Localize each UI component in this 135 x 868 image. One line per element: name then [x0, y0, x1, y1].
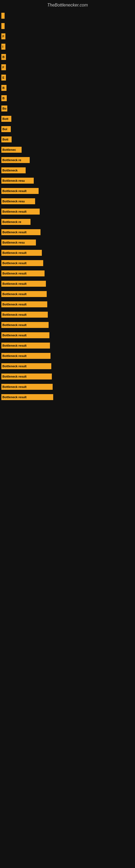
bar-row: Bol — [1, 125, 135, 133]
bar-label: Bottleneck result — [1, 188, 39, 194]
bar-label: Bott — [1, 116, 11, 122]
bar-row: Bottleneck result — [1, 228, 135, 236]
bar-label: Bottleneck resu — [1, 240, 36, 246]
bar-row: I — [1, 42, 135, 51]
bar-label — [1, 23, 5, 29]
bar-row: Bottleneck result — [1, 280, 135, 288]
bar-label: I — [1, 44, 5, 50]
bar-row: Bottleneck — [1, 166, 135, 175]
bar-label: Bottleneck result — [1, 209, 40, 215]
bar-row: Bottleneck result — [1, 249, 135, 257]
bars-wrapper: FIBFEBBBoBottBolBottBottlenecBottleneck … — [0, 12, 135, 403]
bar-row — [1, 12, 135, 20]
bar-row: B — [1, 84, 135, 92]
bar-label: Bottleneck result — [1, 353, 50, 359]
bar-row: Bo — [1, 104, 135, 113]
bar-row: Bottleneck result — [1, 187, 135, 195]
bar-label: Bottleneck result — [1, 260, 43, 266]
bar-row: B — [1, 53, 135, 61]
bar-label: Bottleneck result — [1, 301, 47, 307]
bar-row: Bottleneck re — [1, 156, 135, 164]
bar-row: Bottleneck resu — [1, 197, 135, 205]
bar-label: B — [1, 54, 6, 60]
bar-label: B — [1, 95, 7, 101]
bar-label: Bottleneck result — [1, 332, 49, 338]
bar-label: Bottleneck result — [1, 394, 53, 400]
bar-label: F — [1, 33, 5, 39]
bar-label: Bottleneck re — [1, 157, 30, 163]
bar-row: Bottleneck result — [1, 311, 135, 319]
bar-label: B — [1, 85, 6, 91]
bar-label: Bottleneck result — [1, 384, 53, 390]
bar-row: Bottleneck result — [1, 362, 135, 370]
bar-row: B — [1, 94, 135, 102]
bar-label: Bol — [1, 126, 11, 132]
bar-row: Bottleneck result — [1, 352, 135, 360]
bar-label: Bo — [1, 105, 7, 112]
bar-label: Bottleneck result — [1, 229, 41, 235]
bar-label — [1, 13, 5, 19]
bar-label: Bottleneck result — [1, 250, 42, 256]
bar-label: Bottleneck — [1, 167, 26, 173]
bar-row: E — [1, 73, 135, 82]
bar-row: Bottleneck result — [1, 269, 135, 278]
bar-row: Bottleneck re — [1, 218, 135, 226]
bar-label: Bott — [1, 136, 12, 143]
bar-label: Bottleneck re — [1, 219, 31, 225]
bar-row: Bottleneck resu — [1, 177, 135, 185]
bar-label: F — [1, 64, 6, 70]
site-title: TheBottlenecker.com — [0, 0, 135, 9]
bar-label: Bottleneck result — [1, 363, 51, 369]
bar-row: Bottleneck result — [1, 300, 135, 308]
bar-row: F — [1, 32, 135, 40]
bar-row: Bottleneck result — [1, 331, 135, 339]
bar-row — [1, 22, 135, 30]
bar-row: Bott — [1, 135, 135, 144]
bar-label: Bottleneck resu — [1, 178, 34, 184]
bar-label: Bottleneck result — [1, 271, 45, 276]
bar-row: Bottleneck result — [1, 372, 135, 380]
bar-row: F — [1, 63, 135, 71]
bar-label: Bottleneck resu — [1, 198, 35, 204]
bar-label: Bottlenec — [1, 147, 21, 153]
bar-row: Bott — [1, 115, 135, 123]
bar-row: Bottleneck result — [1, 259, 135, 267]
bar-row: Bottleneck result — [1, 208, 135, 216]
bar-label: Bottleneck result — [1, 373, 52, 379]
bar-row: Bottleneck result — [1, 341, 135, 350]
bar-row: Bottleneck result — [1, 290, 135, 298]
bar-row: Bottlenec — [1, 146, 135, 154]
bar-label: E — [1, 74, 6, 81]
bar-row: Bottleneck result — [1, 321, 135, 329]
bar-label: Bottleneck result — [1, 281, 46, 287]
bar-label: Bottleneck result — [1, 291, 47, 297]
bar-label: Bottleneck result — [1, 312, 48, 318]
bar-label: Bottleneck result — [1, 343, 50, 348]
bar-label: Bottleneck result — [1, 322, 49, 328]
bar-row: Bottleneck result — [1, 383, 135, 391]
bar-row: Bottleneck resu — [1, 239, 135, 247]
bar-row: Bottleneck result — [1, 393, 135, 401]
